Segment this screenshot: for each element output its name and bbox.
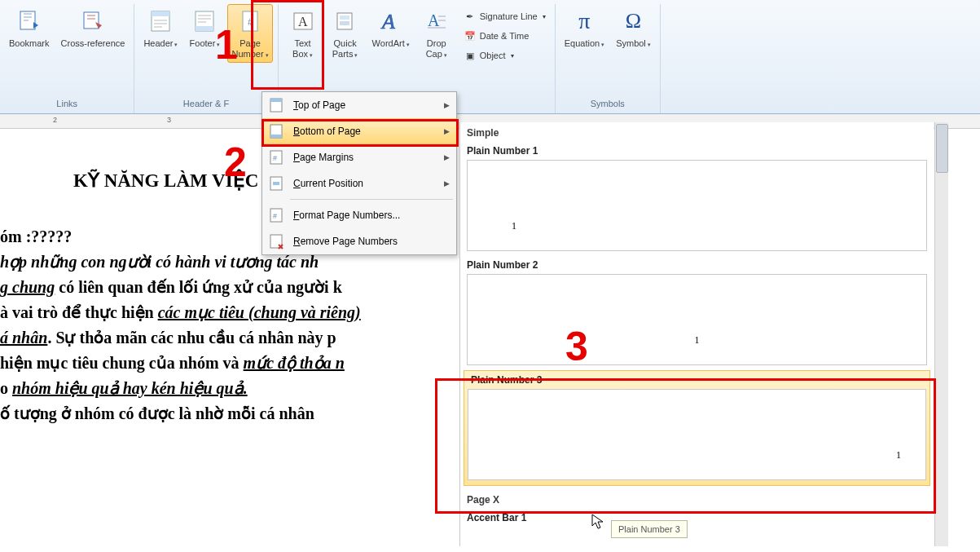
group-symbols-label: Symbols [591, 95, 625, 113]
textbox-button[interactable]: A Text Box [283, 4, 323, 63]
svg-rect-1 [84, 12, 99, 29]
bookmark-button[interactable]: Bookmark [5, 4, 54, 52]
header-icon [147, 7, 174, 35]
signature-icon: ✒ [464, 10, 477, 23]
pagenumber-button[interactable]: # Page Number [227, 4, 272, 63]
sigline-button[interactable]: ✒Signature Line▾ [459, 7, 550, 25]
gallery-section-pagex: Page X [460, 489, 934, 509]
svg-rect-5 [196, 26, 213, 31]
crossref-button[interactable]: Cross-reference [57, 4, 130, 52]
dropcap-label: Drop Cap [426, 38, 447, 60]
dropcap-icon: A [423, 7, 450, 35]
group-links-label: Links [56, 95, 77, 113]
group-headerfooter-label: Header & F [183, 95, 229, 113]
footer-label: Footer [190, 38, 221, 49]
quickparts-icon [332, 7, 359, 35]
gallery-scrollbar[interactable] [934, 122, 948, 546]
quickparts-button[interactable]: Quick Parts [326, 4, 365, 63]
symbol-label: Symbol [616, 38, 651, 49]
gallery-option-plain1[interactable]: Plain Number 1 1 [460, 142, 934, 251]
svg-rect-22 [273, 182, 279, 185]
svg-rect-16 [270, 99, 282, 102]
menu-format-label: ormat Page Numbers... [299, 210, 400, 221]
menu-remove-label: emove Page Numbers [301, 236, 398, 247]
object-icon: ▣ [464, 49, 477, 62]
bookmark-label: Bookmark [9, 38, 50, 49]
pagenum-gallery: Simple Plain Number 1 1 Plain Number 2 1… [459, 122, 934, 546]
menu-format-pagenum[interactable]: # Format Page Numbers... [262, 202, 456, 228]
pi-icon: π [570, 7, 598, 35]
quickparts-label: Quick Parts [332, 38, 358, 60]
calendar-icon: 📅 [464, 29, 477, 42]
header-label: Header [143, 38, 178, 49]
svg-text:A: A [298, 15, 308, 29]
textbox-icon: A [289, 7, 317, 35]
pagenumber-menu: Top of Page ▶ Bottom of Page ▶ # Page Ma… [261, 91, 457, 255]
textbox-label: Text Box [292, 38, 313, 60]
remove-icon [266, 232, 287, 251]
menu-margins-label: age Margins [300, 152, 354, 163]
format-icon: # [266, 205, 287, 225]
gallery-option-plain2[interactable]: Plain Number 2 1 [460, 256, 934, 365]
wordart-button[interactable]: A WordArt [368, 4, 414, 52]
ribbon: Bookmark Cross-reference Links Header [0, 0, 980, 114]
wordart-icon: A [377, 7, 405, 35]
svg-text:#: # [273, 212, 277, 220]
menu-current-position[interactable]: Current Position ▶ [262, 170, 456, 197]
svg-text:#: # [248, 17, 253, 27]
omega-icon: Ω [619, 7, 647, 35]
dropcap-button[interactable]: A Drop Cap [417, 4, 456, 63]
submenu-arrow-icon: ▶ [444, 101, 450, 109]
top-page-icon [266, 95, 287, 115]
menu-bottom-label: ottom of Page [300, 126, 361, 137]
bookmark-icon [15, 7, 43, 35]
group-symbols: π Equation Ω Symbol Symbols [556, 4, 661, 113]
margins-icon: # [266, 148, 287, 167]
gallery-preview-1: 1 [467, 160, 927, 251]
symbol-button[interactable]: Ω Symbol [612, 4, 655, 52]
current-pos-icon [266, 174, 287, 193]
svg-text:#: # [273, 154, 277, 162]
datetime-button[interactable]: 📅Date & Time [459, 27, 550, 45]
gallery-section-simple: Simple [460, 122, 934, 142]
footer-icon [191, 7, 218, 35]
svg-text:A: A [380, 10, 395, 33]
menu-remove-pagenum[interactable]: Remove Page Numbers [262, 228, 456, 254]
bottom-page-icon [266, 121, 287, 141]
pagenumber-icon: # [236, 7, 264, 35]
pagenumber-label: Page Number [231, 38, 268, 60]
group-headerfooter: Header Footer # Page Number Header & F [134, 4, 278, 113]
menu-separator [290, 199, 453, 200]
group-links: Bookmark Cross-reference Links [0, 4, 134, 113]
gallery-opt2-label: Plain Number 2 [460, 256, 934, 272]
object-button[interactable]: ▣Object▾ [459, 46, 550, 64]
gallery-opt1-label: Plain Number 1 [460, 142, 934, 158]
equation-button[interactable]: π Equation [560, 4, 609, 52]
menu-bottom-of-page[interactable]: Bottom of Page ▶ [262, 118, 456, 144]
crossref-icon [79, 7, 107, 35]
gallery-preview-2: 1 [467, 274, 927, 365]
gallery-opt3-label: Plain Number 3 [464, 371, 929, 387]
svg-rect-11 [340, 15, 349, 20]
gallery-preview-3: 1 [468, 389, 926, 480]
footer-button[interactable]: Footer [185, 4, 224, 52]
gallery-tooltip: Plain Number 3 [611, 520, 688, 538]
scrollbar-thumb[interactable] [936, 124, 948, 173]
svg-rect-3 [152, 11, 169, 16]
gallery-option-plain3[interactable]: Plain Number 3 1 [464, 370, 930, 486]
crossref-label: Cross-reference [61, 38, 125, 49]
submenu-arrow-icon: ▶ [444, 153, 450, 161]
svg-text:A: A [428, 11, 440, 29]
submenu-arrow-icon: ▶ [444, 127, 450, 135]
menu-top-of-page[interactable]: Top of Page ▶ [262, 92, 456, 118]
menu-top-label: op of Page [298, 99, 345, 111]
menu-current-label: urrent Position [301, 178, 363, 189]
menu-page-margins[interactable]: # Page Margins ▶ [262, 144, 456, 170]
svg-rect-18 [270, 135, 282, 138]
wordart-label: WordArt [372, 38, 410, 49]
submenu-arrow-icon: ▶ [444, 179, 450, 188]
equation-label: Equation [565, 38, 604, 49]
svg-rect-12 [340, 21, 349, 25]
header-button[interactable]: Header [139, 4, 182, 52]
gallery-accent-label: Accent Bar 1 [460, 509, 934, 525]
